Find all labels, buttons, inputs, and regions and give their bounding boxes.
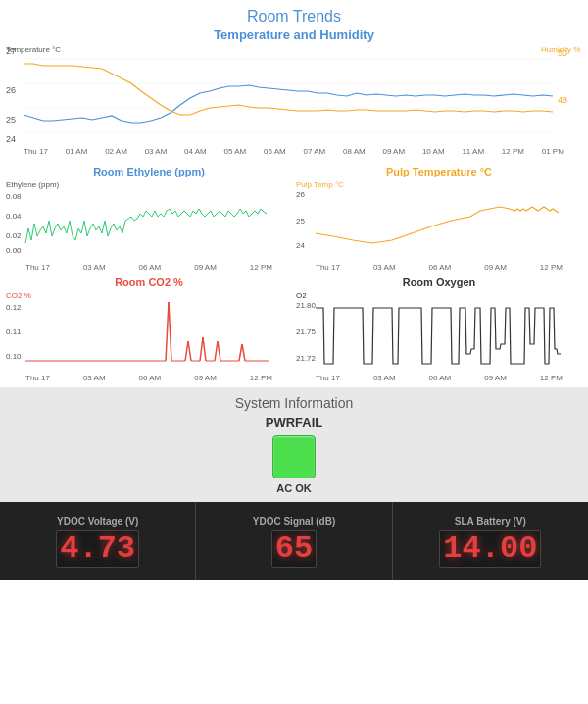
x-label: 03 AM xyxy=(373,263,396,272)
svg-text:21.75: 21.75 xyxy=(296,327,317,336)
voltage-meter: YDOC Voltage (V) 4.73 xyxy=(0,502,196,580)
co2-chart-section: Room CO2 % CO2 % 0.12 0.11 0.10 xyxy=(4,277,294,383)
voltage-value: 4.73 xyxy=(60,530,135,567)
svg-line-39 xyxy=(242,344,245,361)
svg-text:Temperature °C: Temperature °C xyxy=(6,45,61,54)
svg-text:Humidity %: Humidity % xyxy=(541,45,580,54)
x-label: 09 AM xyxy=(484,263,507,272)
svg-text:0.11: 0.11 xyxy=(6,327,22,336)
x-label: 03 AM xyxy=(83,374,106,382)
svg-line-30 xyxy=(188,341,191,361)
svg-text:24: 24 xyxy=(296,241,305,250)
ethylene-title: Room Ethylene (ppm) xyxy=(4,166,294,177)
svg-line-32 xyxy=(200,337,203,361)
middle-row: Room Ethylene (ppm) Ethylene (ppm) 0.08 … xyxy=(4,166,584,273)
x-label: Thu 17 xyxy=(25,374,50,382)
x-label: 06 AM xyxy=(429,374,452,382)
oxygen-chart-section: Room Oxygen O2 21.80 21.75 21.72 Thu 17 … xyxy=(294,277,584,383)
svg-text:Ethylene (ppm): Ethylene (ppm) xyxy=(6,180,60,189)
battery-value: 14.00 xyxy=(443,530,537,567)
meters-row: YDOC Voltage (V) 4.73 YDOC Signal (dB) 6… xyxy=(0,502,588,580)
svg-line-29 xyxy=(185,341,188,361)
signal-meter: YDOC Signal (dB) 65 xyxy=(196,502,392,580)
x-label: Thu 17 xyxy=(24,147,48,156)
battery-meter: SLA Battery (V) 14.00 xyxy=(393,502,588,580)
x-label: 04 AM xyxy=(184,147,207,156)
x-label: Thu 17 xyxy=(25,263,50,272)
x-label: 05 AM xyxy=(224,147,247,156)
x-label: 10 AM xyxy=(422,147,445,156)
x-label: 01 PM xyxy=(542,147,564,156)
voltage-digits: 4.73 xyxy=(56,530,139,568)
pulp-temp-chart-section: Pulp Temperature °C Pulp Temp °C 26 25 2… xyxy=(294,166,584,273)
voltage-label: YDOC Voltage (V) xyxy=(57,516,138,527)
x-label: 12 PM xyxy=(540,374,563,382)
x-label: 12 PM xyxy=(250,263,272,272)
battery-digits: 14.00 xyxy=(439,530,541,568)
x-label: 03 AM xyxy=(373,374,396,382)
oxygen-title: Room Oxygen xyxy=(294,277,584,288)
svg-text:0.12: 0.12 xyxy=(6,303,22,312)
charts-section: Temperature and Humidity 27 26 25 24 Tem… xyxy=(0,27,588,383)
x-label: 03 AM xyxy=(145,147,168,156)
svg-text:25: 25 xyxy=(296,217,305,226)
x-label: 07 AM xyxy=(304,147,326,156)
svg-text:24: 24 xyxy=(6,134,16,144)
pwrfail-label: PWRFAIL xyxy=(8,415,580,429)
battery-display: 14.00 xyxy=(439,530,541,568)
x-label: Thu 17 xyxy=(316,263,340,272)
x-label: 02 AM xyxy=(105,147,127,156)
pulp-temp-container: Pulp Temp °C 26 25 24 Thu 17 03 AM 06 AM… xyxy=(294,179,584,273)
svg-text:CO2 %: CO2 % xyxy=(6,291,31,300)
x-label: 01 AM xyxy=(66,147,88,156)
x-label: 09 AM xyxy=(194,374,217,382)
co2-container: CO2 % 0.12 0.11 0.10 xyxy=(4,290,294,383)
ac-ok-text: AC OK xyxy=(276,482,311,494)
svg-text:Pulp Temp °C: Pulp Temp °C xyxy=(296,180,344,189)
x-label: 06 AM xyxy=(429,263,452,272)
ethylene-container: Ethylene (ppm) 0.08 0.04 0.02 0.00 Thu 1… xyxy=(4,179,294,273)
ethylene-chart-section: Room Ethylene (ppm) Ethylene (ppm) 0.08 … xyxy=(4,166,294,273)
svg-text:48: 48 xyxy=(558,95,567,105)
signal-label: YDOC Signal (dB) xyxy=(253,516,335,527)
system-info-title: System Information xyxy=(8,395,580,411)
signal-digits: 65 xyxy=(271,530,317,568)
svg-line-33 xyxy=(203,337,206,361)
x-label: 03 AM xyxy=(83,263,106,272)
signal-value: 65 xyxy=(275,530,313,567)
temp-humidity-chart: 27 26 25 24 Temperature °C 50 48 Humidit… xyxy=(4,44,584,162)
x-label: 11 AM xyxy=(462,147,484,156)
x-label: 12 PM xyxy=(502,147,524,156)
svg-text:26: 26 xyxy=(6,85,16,95)
x-label: 12 PM xyxy=(540,263,563,272)
svg-line-26 xyxy=(166,302,169,361)
svg-text:21.72: 21.72 xyxy=(296,354,317,363)
x-label: 12 PM xyxy=(250,374,272,382)
temp-humidity-title: Temperature and Humidity xyxy=(4,27,584,42)
x-label: 09 AM xyxy=(382,147,405,156)
x-label: 09 AM xyxy=(484,374,507,382)
page-title: Room Trends xyxy=(0,0,588,27)
x-label: 06 AM xyxy=(139,374,162,382)
x-label: 08 AM xyxy=(343,147,366,156)
svg-line-35 xyxy=(215,341,218,361)
co2-title: Room CO2 % xyxy=(4,277,294,288)
svg-line-36 xyxy=(218,341,220,361)
svg-line-27 xyxy=(169,302,172,361)
svg-line-38 xyxy=(239,344,242,361)
signal-display: 65 xyxy=(271,530,317,568)
pulp-temp-title: Pulp Temperature °C xyxy=(294,166,584,177)
oxygen-container: O2 21.80 21.75 21.72 Thu 17 03 AM 06 AM … xyxy=(294,290,584,383)
x-label: 09 AM xyxy=(194,263,217,272)
svg-text:O2: O2 xyxy=(296,291,307,300)
svg-text:25: 25 xyxy=(6,115,16,125)
svg-text:26: 26 xyxy=(296,190,305,199)
voltage-display: 4.73 xyxy=(56,530,139,568)
svg-text:21.80: 21.80 xyxy=(296,301,317,310)
svg-text:0.08: 0.08 xyxy=(6,192,22,201)
x-label: 06 AM xyxy=(264,147,286,156)
bottom-row: Room CO2 % CO2 % 0.12 0.11 0.10 xyxy=(4,277,584,383)
battery-label: SLA Battery (V) xyxy=(455,516,526,527)
svg-text:0.04: 0.04 xyxy=(6,212,22,221)
ac-ok-indicator: AC OK xyxy=(272,435,316,494)
